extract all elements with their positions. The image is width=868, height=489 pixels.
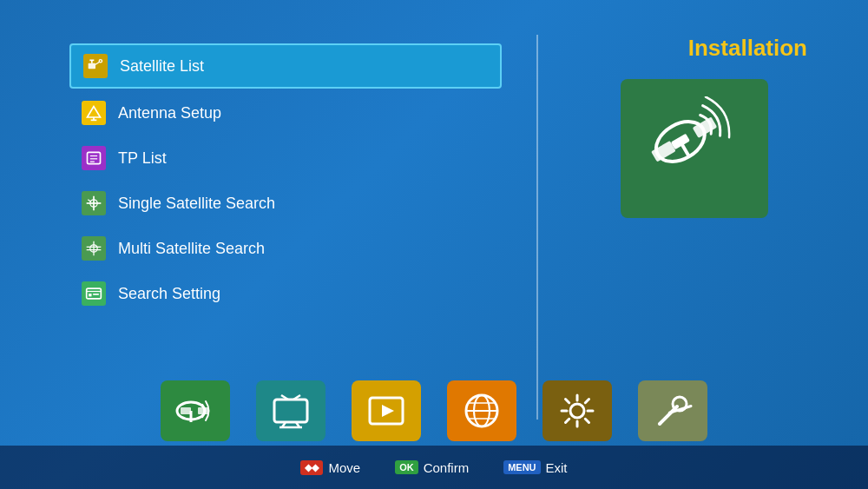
- svg-rect-0: [89, 63, 95, 69]
- section-title: Installation: [688, 35, 807, 62]
- menu-panel: Satellite List Antenna Setup: [69, 35, 502, 420]
- menu-label-multi-satellite-search: Multi Satellite Search: [118, 240, 265, 258]
- exit-label: Exit: [546, 460, 568, 475]
- preview-icon-box: [621, 79, 768, 218]
- menu-label-search-setting: Search Setting: [118, 285, 220, 303]
- single-satellite-icon: [82, 191, 106, 215]
- svg-marker-40: [382, 405, 394, 417]
- menu-item-search-setting[interactable]: Search Setting: [69, 273, 502, 314]
- svg-rect-22: [89, 294, 91, 296]
- menu-item-single-satellite-search[interactable]: Single Satellite Search: [69, 182, 502, 224]
- status-bar: ◆◆ Move OK Confirm MENU Exit: [0, 446, 868, 489]
- right-panel: Installation: [573, 35, 816, 420]
- menu-label-antenna-setup: Antenna Setup: [118, 104, 221, 122]
- nav-icon-network[interactable]: [447, 380, 516, 441]
- search-setting-icon: [82, 281, 106, 306]
- svg-line-51: [566, 400, 569, 403]
- nav-icon-settings[interactable]: [542, 380, 612, 441]
- confirm-label: Confirm: [424, 460, 470, 475]
- satellite-list-icon: [83, 54, 108, 78]
- status-confirm: OK Confirm: [395, 460, 469, 475]
- menu-item-satellite-list[interactable]: Satellite List: [69, 43, 502, 89]
- move-label: Move: [328, 460, 360, 475]
- svg-rect-23: [93, 294, 99, 295]
- svg-line-52: [585, 419, 589, 422]
- svg-point-4: [99, 60, 102, 63]
- nav-icon-tools[interactable]: [638, 380, 707, 441]
- panel-divider: [536, 35, 538, 420]
- nav-icon-installation[interactable]: [161, 380, 230, 441]
- menu-item-multi-satellite-search[interactable]: Multi Satellite Search: [69, 228, 502, 269]
- status-exit: MENU Exit: [503, 460, 567, 475]
- menu-label-tp-list: TP List: [118, 149, 167, 168]
- confirm-badge: OK: [395, 460, 418, 474]
- svg-line-54: [566, 419, 569, 422]
- svg-point-46: [570, 404, 584, 418]
- nav-icon-tv[interactable]: [256, 380, 326, 441]
- menu-item-antenna-setup[interactable]: Antenna Setup: [69, 92, 502, 134]
- bottom-nav-icons: [0, 380, 868, 441]
- menu-item-tp-list[interactable]: TP List: [69, 137, 502, 179]
- svg-rect-33: [274, 400, 307, 422]
- menu-label-satellite-list: Satellite List: [120, 57, 204, 76]
- tp-list-icon: [82, 146, 106, 170]
- multi-satellite-icon: [82, 236, 106, 261]
- exit-badge: MENU: [503, 460, 540, 474]
- move-badge: ◆◆: [300, 460, 323, 475]
- svg-line-15: [88, 200, 90, 202]
- svg-rect-31: [181, 407, 191, 414]
- antenna-icon: [82, 101, 106, 125]
- svg-line-53: [585, 400, 589, 403]
- nav-icon-media[interactable]: [352, 380, 421, 441]
- svg-marker-5: [88, 107, 101, 118]
- status-move: ◆◆ Move: [300, 460, 360, 475]
- menu-label-single-satellite-search: Single Satellite Search: [118, 195, 275, 213]
